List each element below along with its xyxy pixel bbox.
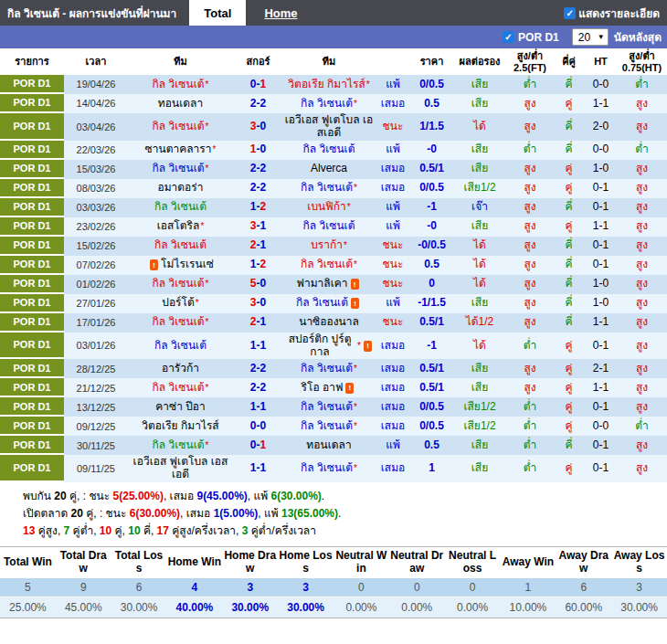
ht-score: 0-1 [585, 179, 617, 198]
away-team[interactable]: Alverca [283, 160, 375, 179]
home-team[interactable]: อมาดอร่า [128, 179, 233, 198]
home-team[interactable]: กิล วิเซนเต้* [128, 160, 233, 179]
ht-score: 0-1 [585, 198, 617, 217]
tab-total[interactable]: Total [189, 0, 246, 26]
away-team[interactable]: ทอนเดลา [283, 436, 375, 455]
handicap-result: ได้1/2 [452, 313, 507, 333]
over-under-ht: ต่ำ [617, 75, 667, 94]
ht-score: 0-1 [585, 333, 617, 360]
ht-score: 0-1 [585, 256, 617, 275]
tab-home[interactable]: Home [264, 6, 297, 20]
over-under-ht: สูง [617, 275, 667, 294]
home-team[interactable]: อารัวก้า [128, 359, 233, 378]
match-date: 17/01/26 [64, 313, 128, 333]
away-team[interactable]: กิล วิเซนเต้* [283, 417, 375, 436]
league-badge: POR D1 [0, 75, 64, 94]
odd-even: คู่ [553, 179, 585, 198]
away-team[interactable]: บราก้า* [283, 237, 375, 256]
odd-even: คี่ [553, 237, 585, 256]
away-team[interactable]: เบนฟิก้า* [283, 198, 375, 217]
ht-score: 0-1 [585, 436, 617, 455]
team-name: กิล วิเซนเต้ [154, 340, 206, 353]
summary-segment: คู่, : ชนะ [83, 507, 130, 520]
team-name: กิล วิเซนเต้ [302, 220, 355, 233]
ht-score: 2-1 [585, 359, 617, 378]
away-team[interactable]: ริโอ อาฟ! [283, 378, 375, 397]
match-count-value: 20 [578, 31, 590, 44]
home-team[interactable]: เอวีเอส ฟูเตโบล เอสเอดี [128, 455, 233, 482]
league-badge: POR D1 [0, 378, 64, 397]
match-date: 09/12/25 [64, 417, 128, 436]
over-under-ft: สูง [507, 256, 553, 275]
match-date: 03/04/26 [64, 113, 128, 141]
stat-column: Away Win110.00% [500, 547, 556, 618]
home-team[interactable]: ปอร์โต้* [128, 294, 233, 313]
away-team[interactable]: กิล วิเซนเต้ [283, 217, 375, 237]
home-team[interactable]: กิล วิเซนเต้* [128, 75, 233, 94]
match-count-select[interactable]: 20 ▼ [572, 28, 609, 46]
home-team[interactable]: วิตอเรีย กิมาไรส์ [128, 417, 233, 436]
home-team[interactable]: กิล วิเซนเต้* [128, 313, 233, 333]
away-team[interactable]: กิล วิเซนเต้ [283, 141, 375, 160]
ht-score: 1-1 [585, 217, 617, 237]
result-wdl: ชนะ [375, 237, 411, 256]
away-team[interactable]: กิล วิเซนเต้* [283, 179, 375, 198]
stat-percent: 45.00% [56, 596, 111, 618]
over-under-ht: สูง [617, 237, 667, 256]
over-under-ht: สูง [617, 333, 667, 360]
home-team[interactable]: กิล วิเซนเต้* [128, 113, 233, 141]
result-wdl: เสมอ [375, 417, 411, 436]
stat-percent: 30.00% [278, 596, 334, 618]
away-team[interactable]: สปอร์ติก ปูร์ตูกาล*! [283, 333, 375, 360]
home-team[interactable]: กิล วิเซนเต้* [128, 378, 233, 397]
away-team[interactable]: วิตอเรีย กิมาไรส์* [283, 75, 375, 94]
favorite-star: * [357, 342, 361, 351]
away-team[interactable]: กิล วิเซนเต้* [283, 256, 375, 275]
home-team[interactable]: กิล วิเซนเต้* [128, 275, 233, 294]
table-row: POR D1 14/04/26 ทอนเดลา 2-2 กิล วิเซนเต้… [0, 94, 667, 113]
show-details-checkbox[interactable]: ✓ [564, 7, 576, 19]
away-team[interactable]: นาซิอองนาล [283, 313, 375, 333]
stat-count: 3 [611, 577, 667, 596]
over-under-ft: สูง [507, 198, 553, 217]
away-team[interactable]: กิล วิเซนเต้* [283, 94, 375, 113]
league-badge: POR D1 [0, 397, 64, 417]
away-team[interactable]: ฟามาลิเคา! [283, 275, 375, 294]
odd-even: คี่ [553, 141, 585, 160]
match-date: 19/04/26 [64, 75, 128, 94]
page-title: กิล วิเซนเต้ - ผลการแข่งขันที่ผ่านมา [0, 5, 189, 22]
league-filter-checkbox[interactable]: ✓ [503, 31, 514, 43]
summary-segment: 20 [71, 507, 83, 520]
score-home: 5 [250, 278, 257, 290]
result-wdl: เสมอ [375, 378, 411, 397]
result-wdl: ชนะ [375, 113, 411, 141]
away-team[interactable]: กิล วิเซนเต้* [283, 455, 375, 482]
score-away: 0 [260, 278, 267, 290]
home-team[interactable]: ทอนเดลา [128, 94, 233, 113]
summary-segment: , แพ้ [248, 490, 271, 502]
home-team[interactable]: คาซ่า ปีอา [128, 397, 233, 417]
away-team[interactable]: กิล วิเซนเต้* [283, 359, 375, 378]
over-under-ft: ต่ำ [507, 417, 553, 436]
home-team[interactable]: กิล วิเซนเต้ [128, 237, 233, 256]
stat-column: Neutral Win00.00% [334, 547, 389, 618]
home-team[interactable]: กิล วิเซนเต้ [128, 198, 233, 217]
results-page: กิล วิเซนเต้ - ผลการแข่งขันที่ผ่านมา Tot… [0, 0, 667, 644]
handicap-odds: -1/1.5 [411, 294, 452, 313]
handicap-result: เสีย1/2 [452, 397, 507, 417]
handicap-odds: 0.5 [411, 436, 452, 455]
summary-segment: 10 [100, 524, 111, 537]
stat-column: Home Loss330.00% [278, 547, 334, 618]
home-team[interactable]: กิล วิเซนเต้ [128, 333, 233, 360]
table-row: POR D1 15/02/26 กิล วิเซนเต้ 2-1 บราก้า*… [0, 237, 667, 256]
away-team[interactable]: กิล วิเซนเต้! [283, 294, 375, 313]
home-team[interactable]: กิล วิเซนเต้* [128, 436, 233, 455]
home-team[interactable]: !โม่ไรเรนเซ่ [128, 256, 233, 275]
handicap-odds: 1/1.5 [411, 113, 452, 141]
away-team[interactable]: กิล วิเซนเต้* [283, 397, 375, 417]
away-team[interactable]: เอวีเอส ฟูเตโบล เอสเอดี [283, 113, 375, 141]
stat-count: 9 [56, 577, 111, 596]
home-team[interactable]: เอสโตริล* [128, 217, 233, 237]
stat-count: 1 [500, 577, 556, 596]
home-team[interactable]: ซานตาคลารา* [128, 141, 233, 160]
